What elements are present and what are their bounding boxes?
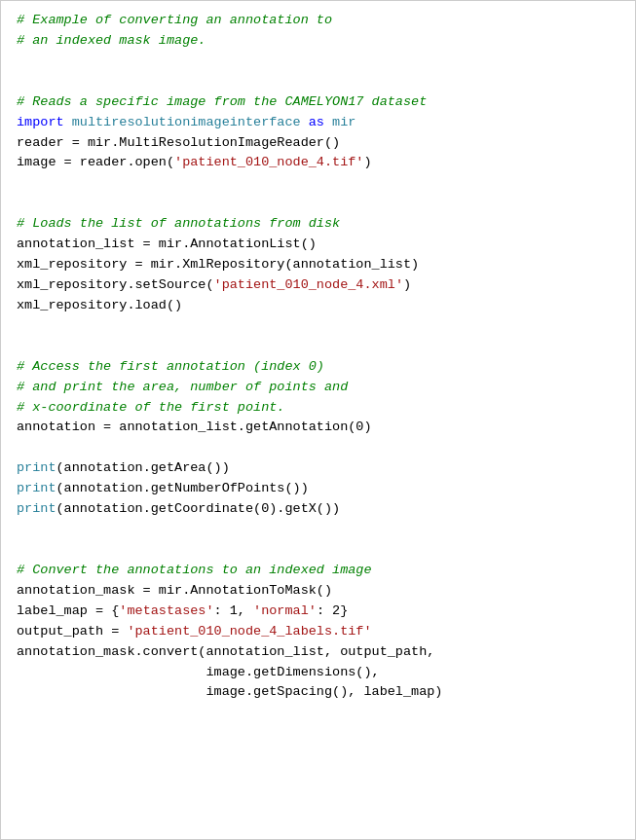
comment-text: # and print the area, number of points a… xyxy=(17,380,348,394)
code-line xyxy=(17,540,619,561)
code-line xyxy=(17,194,619,214)
normal-text: (annotation.getNumberOfPoints()) xyxy=(56,481,309,495)
comment-text: # Convert the annotations to an indexed … xyxy=(17,563,372,577)
code-line xyxy=(17,173,619,194)
string-text: 'normal' xyxy=(253,603,317,618)
string-text: 'patient_010_node_4_labels.tif' xyxy=(127,624,371,639)
code-line: reader = mir.MultiResolutionImageReader(… xyxy=(17,133,619,154)
keyword-text: import xyxy=(17,115,72,129)
normal-text: annotation_mask.convert(annotation_list,… xyxy=(17,644,434,659)
builtin-text: print xyxy=(17,501,56,516)
code-line: import multiresolutionimageinterface as … xyxy=(17,113,619,133)
normal-text: xml_repository.load() xyxy=(17,298,182,312)
normal-text: image.getSpacing(), label_map) xyxy=(17,684,442,699)
comment-text: # Loads the list of annotations from dis… xyxy=(17,216,340,231)
code-line xyxy=(17,337,619,357)
normal-text: xml_repository.setSource( xyxy=(17,277,214,292)
normal-text: reader = mir.MultiResolutionImageReader(… xyxy=(17,135,340,150)
code-line: # and print the area, number of points a… xyxy=(17,378,619,398)
normal-text: label_map = { xyxy=(17,603,119,618)
normal-text: : 2} xyxy=(317,603,348,618)
code-line: image.getDimensions(), xyxy=(17,663,619,683)
normal-text: annotation_list = mir.AnnotationList() xyxy=(17,237,317,251)
code-line: annotation_list = mir.AnnotationList() xyxy=(17,235,619,255)
code-line: print(annotation.getCoordinate(0).getX()… xyxy=(17,499,619,520)
normal-text: annotation = annotation_list.getAnnotati… xyxy=(17,420,372,434)
normal-text: image.getDimensions(), xyxy=(17,665,380,679)
code-line xyxy=(17,52,619,72)
normal-text: image = reader.open( xyxy=(17,155,174,169)
code-container: # Example of converting an annotation to… xyxy=(0,0,636,840)
comment-text: # Example of converting an annotation to xyxy=(17,13,332,27)
normal-text: (annotation.getCoordinate(0).getX()) xyxy=(56,501,341,516)
import-name-text: mir xyxy=(332,115,355,129)
normal-text: xml_repository = mir.XmlRepository(annot… xyxy=(17,257,419,272)
code-line: image = reader.open('patient_010_node_4.… xyxy=(17,153,619,173)
normal-text: ) xyxy=(363,155,371,169)
import-name-text: multiresolutionimageinterface xyxy=(72,115,301,129)
code-line: image.getSpacing(), label_map) xyxy=(17,682,619,703)
code-line: # Convert the annotations to an indexed … xyxy=(17,561,619,581)
comment-text: # an indexed mask image. xyxy=(17,33,206,48)
code-line xyxy=(17,316,619,337)
code-line: xml_repository.load() xyxy=(17,296,619,316)
string-text: 'metastases' xyxy=(119,603,213,618)
builtin-text: print xyxy=(17,481,56,495)
code-line: # Reads a specific image from the CAMELY… xyxy=(17,92,619,113)
comment-text: # Access the first annotation (index 0) xyxy=(17,359,324,374)
code-line: # Example of converting an annotation to xyxy=(17,11,619,31)
code-line: print(annotation.getArea()) xyxy=(17,458,619,479)
keyword-text: as xyxy=(301,115,332,129)
normal-text: ) xyxy=(403,277,411,292)
code-line xyxy=(17,520,619,540)
code-line: xml_repository.setSource('patient_010_no… xyxy=(17,275,619,296)
code-line: annotation_mask = mir.AnnotationToMask() xyxy=(17,581,619,602)
code-line: annotation = annotation_list.getAnnotati… xyxy=(17,418,619,438)
code-line: output_path = 'patient_010_node_4_labels… xyxy=(17,622,619,642)
code-line: label_map = {'metastases': 1, 'normal': … xyxy=(17,602,619,622)
code-line xyxy=(17,438,619,458)
normal-text: annotation_mask = mir.AnnotationToMask() xyxy=(17,583,332,598)
comment-text: # Reads a specific image from the CAMELY… xyxy=(17,94,427,109)
code-line: # an indexed mask image. xyxy=(17,31,619,52)
normal-text: : 1, xyxy=(214,603,254,618)
code-line: # x-coordinate of the first point. xyxy=(17,398,619,419)
code-line: annotation_mask.convert(annotation_list,… xyxy=(17,642,619,663)
string-text: 'patient_010_node_4.tif' xyxy=(174,155,363,169)
normal-text: (annotation.getArea()) xyxy=(56,460,230,475)
builtin-text: print xyxy=(17,460,56,475)
code-line: # Access the first annotation (index 0) xyxy=(17,357,619,378)
comment-text: # x-coordinate of the first point. xyxy=(17,400,284,415)
code-line: xml_repository = mir.XmlRepository(annot… xyxy=(17,255,619,275)
normal-text: output_path = xyxy=(17,624,127,639)
code-line xyxy=(17,72,619,92)
code-line: print(annotation.getNumberOfPoints()) xyxy=(17,479,619,499)
code-block: # Example of converting an annotation to… xyxy=(17,11,619,703)
code-line: # Loads the list of annotations from dis… xyxy=(17,214,619,235)
string-text: 'patient_010_node_4.xml' xyxy=(214,277,403,292)
